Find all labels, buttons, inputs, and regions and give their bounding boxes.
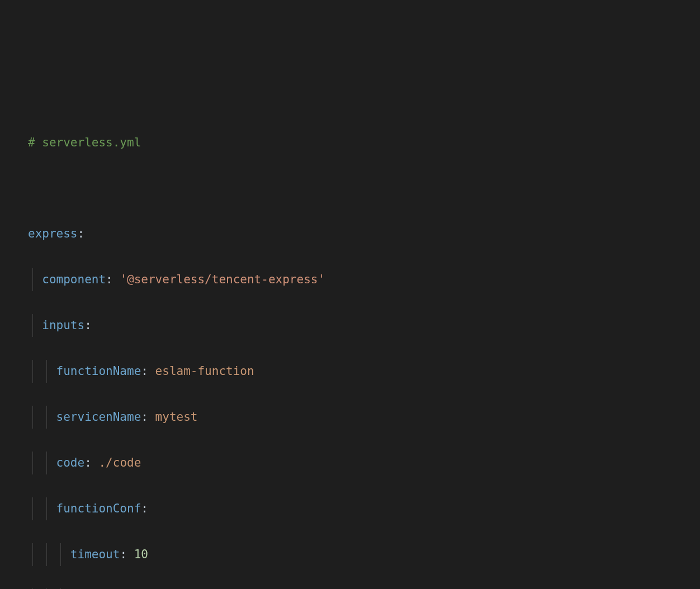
code-line: timeout: 10	[28, 543, 672, 566]
yaml-value: 10	[134, 548, 148, 561]
yaml-key: functionName	[56, 364, 141, 378]
code-line: component: '@serverless/tencent-express'	[28, 268, 672, 291]
yaml-key: component	[42, 273, 106, 286]
code-line: # serverless.yml	[28, 131, 672, 154]
yaml-key: code	[56, 456, 85, 469]
yaml-key: functionConf	[56, 502, 141, 515]
code-line: functionConf:	[28, 497, 672, 520]
yaml-key: timeout	[70, 548, 120, 561]
yaml-key: express	[28, 227, 78, 240]
code-line: code: ./code	[28, 452, 672, 474]
code-line: express:	[28, 222, 672, 245]
yaml-value: '@serverless/tencent-express'	[120, 273, 325, 286]
yaml-key: servicenName	[56, 410, 141, 424]
code-line	[28, 177, 672, 200]
yaml-value: eslam-function	[155, 364, 254, 378]
code-block: # serverless.yml express: component: '@s…	[28, 108, 672, 589]
yaml-key: inputs	[42, 319, 84, 332]
code-line: functionName: eslam-function	[28, 360, 672, 383]
code-line: servicenName: mytest	[28, 406, 672, 429]
comment: # serverless.yml	[28, 136, 141, 149]
yaml-value: mytest	[155, 410, 198, 424]
code-line: inputs:	[28, 314, 672, 337]
yaml-value: ./code	[98, 456, 141, 469]
